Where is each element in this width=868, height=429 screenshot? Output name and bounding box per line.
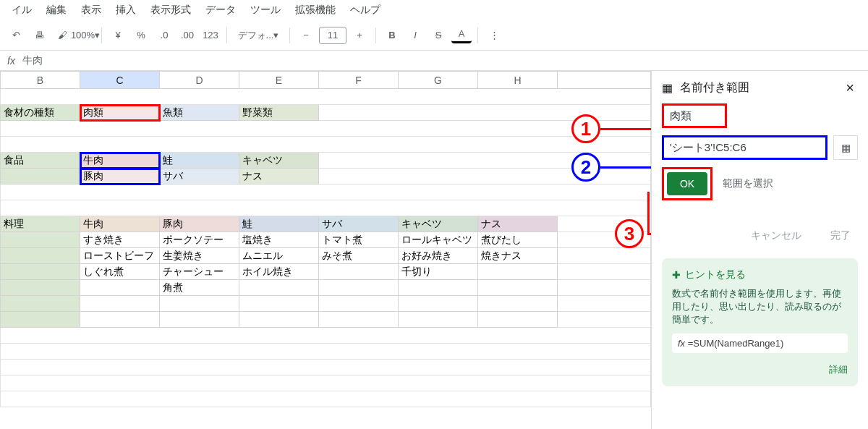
print-icon[interactable]: 🖶: [29, 25, 49, 46]
cell-g10[interactable]: ロールキャベツ: [399, 232, 478, 248]
text-color-button[interactable]: A: [451, 27, 472, 43]
cell-c2[interactable]: 肉類: [80, 105, 160, 121]
range-name-input[interactable]: 肉類: [662, 103, 727, 128]
number-format-button[interactable]: 123: [200, 25, 221, 46]
cell-d11[interactable]: 生姜焼き: [160, 248, 239, 264]
cell-d6[interactable]: サバ: [160, 169, 239, 184]
plus-square-icon: ✚: [672, 269, 681, 281]
ok-button[interactable]: OK: [667, 172, 707, 195]
hint-body: 数式で名前付き範囲を使用します。再使用したり、思い出したり、読み取るのが簡単です…: [672, 287, 848, 326]
col-header-g[interactable]: G: [399, 72, 478, 89]
paint-format-icon[interactable]: 🖌: [52, 25, 72, 46]
cell-e9[interactable]: 鮭: [239, 216, 319, 232]
cell-f11[interactable]: みそ煮: [319, 248, 399, 264]
cell-h9[interactable]: ナス: [478, 216, 558, 232]
cell-d10[interactable]: ポークソテー: [160, 232, 239, 248]
cell-d12[interactable]: チャーシュー: [160, 264, 239, 280]
font-size-input[interactable]: 11: [319, 27, 346, 44]
cell-d5[interactable]: 鮭: [160, 153, 239, 169]
cell-e10[interactable]: 塩焼き: [239, 232, 319, 248]
panel-title: 名前付き範囲: [680, 80, 749, 95]
range-ref-input[interactable]: 'シート3'!C5:C6: [662, 135, 827, 160]
menu-bar: イル 編集 表示 挿入 表示形式 データ ツール 拡張機能 ヘルプ: [0, 0, 868, 20]
close-icon[interactable]: ×: [842, 80, 858, 96]
cell-b5[interactable]: 食品: [1, 153, 80, 169]
menu-view[interactable]: 表示: [75, 2, 107, 18]
currency-button[interactable]: ¥: [108, 25, 128, 46]
cell-b9[interactable]: 料理: [1, 216, 80, 232]
cell-e11[interactable]: ムニエル: [239, 248, 319, 264]
cell-c9[interactable]: 牛肉: [80, 216, 160, 232]
col-header-e[interactable]: E: [239, 72, 319, 89]
cell-f9[interactable]: サバ: [319, 216, 399, 232]
toolbar: ↶ 🖶 🖌 100% ▾ ¥ % .0 .00 123 デフォ... ▾ − 1…: [0, 20, 868, 51]
cell-c5[interactable]: 牛肉: [80, 153, 160, 169]
cell-c10[interactable]: すき焼き: [80, 232, 160, 248]
zoom-dropdown[interactable]: 100% ▾: [75, 25, 95, 46]
spreadsheet-grid[interactable]: B C D E F G H 食材の種類 肉類 魚類 野菜類 食品 牛肉: [0, 71, 651, 429]
col-header-c[interactable]: C: [80, 72, 160, 89]
menu-help[interactable]: ヘルプ: [344, 2, 386, 18]
decrease-decimal-button[interactable]: .0: [154, 25, 174, 46]
formula-example: =SUM(NamedRange1): [688, 338, 784, 349]
cancel-button[interactable]: キャンセル: [751, 229, 801, 242]
cell-d2[interactable]: 魚類: [160, 105, 239, 121]
menu-data[interactable]: データ: [200, 2, 242, 18]
cell-e2[interactable]: 野菜類: [239, 105, 319, 121]
cell-e12[interactable]: ホイル焼き: [239, 264, 319, 280]
bold-button[interactable]: B: [382, 25, 402, 46]
cell-d9[interactable]: 豚肉: [160, 216, 239, 232]
italic-button[interactable]: I: [405, 25, 425, 46]
menu-tools[interactable]: ツール: [244, 2, 286, 18]
cell-c12[interactable]: しぐれ煮: [80, 264, 160, 280]
annotation-1: 1: [571, 114, 600, 143]
cell-d13[interactable]: 角煮: [160, 280, 239, 296]
cell-c11[interactable]: ローストビーフ: [80, 248, 160, 264]
formula-bar: fx 牛肉: [0, 51, 868, 71]
cell-g9[interactable]: キャベツ: [399, 216, 478, 232]
annotation-2: 2: [571, 153, 600, 182]
done-button[interactable]: 完了: [830, 229, 851, 242]
menu-insert[interactable]: 挿入: [110, 2, 142, 18]
percent-button[interactable]: %: [131, 25, 151, 46]
font-increase-button[interactable]: +: [349, 25, 370, 46]
annotation-3: 3: [615, 219, 644, 248]
menu-extensions[interactable]: 拡張機能: [289, 2, 341, 18]
formula-value[interactable]: 牛肉: [22, 54, 43, 67]
col-header-b[interactable]: B: [1, 72, 80, 89]
cell-h10[interactable]: 煮びたし: [478, 232, 558, 248]
cell-h11[interactable]: 焼きナス: [478, 248, 558, 264]
cell-g11[interactable]: お好み焼き: [399, 248, 478, 264]
more-icon[interactable]: ⋮: [484, 25, 504, 46]
select-range-icon[interactable]: ▦: [833, 135, 858, 160]
font-dropdown[interactable]: デフォ... ▾: [233, 25, 284, 46]
fx-icon: fx: [7, 55, 15, 67]
cell-f10[interactable]: トマト煮: [319, 232, 399, 248]
font-decrease-button[interactable]: −: [296, 25, 316, 46]
detail-link[interactable]: 詳細: [672, 363, 848, 376]
cell-c6[interactable]: 豚肉: [80, 169, 160, 184]
increase-decimal-button[interactable]: .00: [177, 25, 197, 46]
hint-title: ヒントを見る: [685, 268, 746, 281]
grid-icon: ▦: [662, 81, 673, 95]
col-header-f[interactable]: F: [319, 72, 399, 89]
named-range-panel: ▦ 名前付き範囲 × 肉類 'シート3'!C5:C6 ▦ OK 範囲を選択 キャ…: [651, 71, 868, 429]
strike-button[interactable]: S: [428, 25, 448, 46]
menu-format[interactable]: 表示形式: [145, 2, 197, 18]
menu-edit[interactable]: 編集: [41, 2, 72, 18]
cell-b2[interactable]: 食材の種類: [1, 105, 80, 121]
col-header-d[interactable]: D: [160, 72, 239, 89]
range-select-button[interactable]: 範囲を選択: [723, 177, 773, 190]
cell-g12[interactable]: 千切り: [399, 264, 478, 280]
col-header-h[interactable]: H: [478, 72, 558, 89]
cell-e5[interactable]: キャベツ: [239, 153, 319, 169]
cell-e6[interactable]: ナス: [239, 169, 319, 184]
undo-icon[interactable]: ↶: [6, 25, 26, 46]
menu-file[interactable]: イル: [6, 2, 38, 18]
fx-hint-icon: fx: [678, 338, 685, 349]
hint-box: ✚ ヒントを見る 数式で名前付き範囲を使用します。再使用したり、思い出したり、読…: [662, 258, 858, 386]
